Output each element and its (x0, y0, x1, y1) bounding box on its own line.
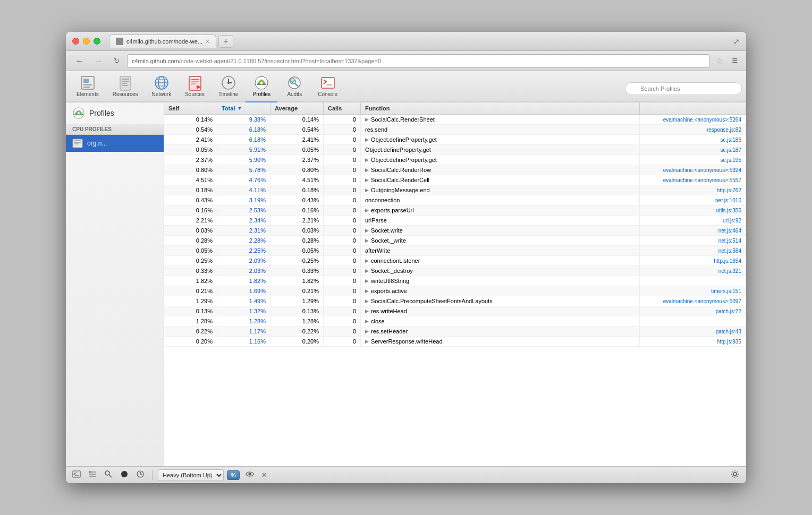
table-row[interactable]: 0.18%4.11%0.18%0▶OutgoingMessage.endhttp… (164, 185, 746, 195)
tab-timeline[interactable]: Timeline (212, 71, 244, 102)
cell-function[interactable]: ▶Object.defineProperty.get (361, 135, 640, 144)
back-button[interactable]: ← (72, 55, 87, 67)
location-link[interactable]: patch.js:72 (716, 308, 741, 314)
cell-location[interactable]: evalmachine.<anonymous>:5557 (640, 175, 746, 185)
new-tab-button[interactable]: + (218, 35, 233, 48)
location-link[interactable]: net.js:1010 (715, 198, 741, 203)
expand-arrow-icon[interactable]: ▶ (365, 228, 369, 233)
expand-arrow-icon[interactable]: ▶ (365, 187, 369, 193)
table-row[interactable]: 0.14%9.38%0.14%0▶SocialCalc.RenderSheete… (164, 115, 746, 125)
cell-function[interactable]: ▶exports.parseUrl (361, 205, 640, 215)
table-row[interactable]: 0.80%5.78%0.80%0▶SocialCalc.RenderRoweva… (164, 165, 746, 175)
tab-console[interactable]: Console (311, 71, 344, 102)
cell-location[interactable]: net.js:321 (640, 266, 746, 276)
console-view-button[interactable] (70, 469, 83, 481)
gear-button[interactable] (728, 468, 742, 482)
location-link[interactable]: evalmachine.<anonymous>:5324 (663, 167, 741, 173)
location-link[interactable]: sc.js:186 (721, 137, 741, 143)
cell-function[interactable]: ▶res.writeHead (361, 306, 640, 316)
expand-arrow-icon[interactable]: ▶ (365, 137, 369, 142)
cell-location[interactable]: response.js:82 (640, 125, 746, 134)
cell-location[interactable]: net.js:584 (640, 246, 746, 255)
table-row[interactable]: 0.54%6.18%0.54%0res.sendresponse.js:82 (164, 125, 746, 135)
search-profiles-input[interactable] (625, 82, 742, 95)
callstack-button[interactable] (86, 469, 99, 481)
table-row[interactable]: 0.33%2.03%0.33%0▶Socket._destroynet.js:3… (164, 266, 746, 276)
location-link[interactable]: evalmachine.<anonymous>:5557 (663, 177, 741, 183)
table-row[interactable]: 1.28%1.28%1.28%0▶close (164, 316, 746, 327)
cell-location[interactable]: http.js:1654 (640, 256, 746, 265)
table-row[interactable]: 0.05%5.91%0.05%0Object.defineProperty.ge… (164, 145, 746, 155)
cell-location[interactable]: patch.js:72 (640, 306, 746, 316)
cell-function[interactable]: afterWrite (361, 246, 640, 255)
expand-arrow-icon[interactable]: ▶ (365, 157, 369, 162)
table-row[interactable]: 0.16%2.53%0.16%0▶exports.parseUrlutils.j… (164, 205, 746, 216)
table-row[interactable]: 0.22%1.17%0.22%0▶res.setHeaderpatch.js:4… (164, 327, 746, 337)
cell-function[interactable]: ▶res.setHeader (361, 327, 640, 336)
cell-location[interactable]: sc.js:187 (640, 145, 746, 154)
cell-location[interactable]: url.js:92 (640, 216, 746, 225)
cell-function[interactable]: ▶OutgoingMessage.end (361, 185, 640, 195)
cell-function[interactable]: ▶Object.defineProperty.get (361, 155, 640, 165)
col-location[interactable] (640, 102, 746, 114)
percent-button[interactable]: % (227, 470, 240, 480)
tab-network[interactable]: Network (146, 71, 178, 102)
expand-icon[interactable]: ⤢ (733, 37, 740, 46)
cell-location[interactable]: net.js:514 (640, 236, 746, 245)
location-link[interactable]: http.js:762 (717, 187, 741, 193)
expand-arrow-icon[interactable]: ▶ (365, 208, 369, 213)
clock-button[interactable] (134, 469, 147, 481)
expand-arrow-icon[interactable]: ▶ (365, 177, 369, 183)
location-link[interactable]: net.js:514 (718, 238, 741, 244)
table-row[interactable]: 0.03%2.31%0.03%0▶Socket.writenet.js:464 (164, 226, 746, 236)
table-row[interactable]: 0.21%1.69%0.21%0▶exports.activetimers.js… (164, 286, 746, 296)
cell-location[interactable]: patch.js:43 (640, 327, 746, 336)
table-row[interactable]: 2.37%5.90%2.37%0▶Object.defineProperty.g… (164, 155, 746, 165)
table-row[interactable]: 1.82%1.82%1.82%0▶writeUtf8String (164, 276, 746, 286)
table-row[interactable]: 0.20%1.16%0.20%0▶ServerResponse.writeHea… (164, 337, 746, 347)
expand-arrow-icon[interactable]: ▶ (365, 298, 369, 304)
tab-close-icon[interactable]: × (206, 38, 209, 45)
table-row[interactable]: 2.41%6.18%2.41%0▶Object.defineProperty.g… (164, 135, 746, 145)
cell-location[interactable]: timers.js:151 (640, 286, 746, 296)
expand-arrow-icon[interactable]: ▶ (365, 268, 369, 273)
table-row[interactable]: 0.05%2.25%0.05%0afterWritenet.js:584 (164, 246, 746, 256)
cell-function[interactable]: ▶SocialCalc.RenderSheet (361, 115, 640, 124)
expand-arrow-icon[interactable]: ▶ (365, 319, 369, 324)
bookmark-icon[interactable]: ☆ (714, 56, 725, 66)
tab-audits[interactable]: Audits (278, 71, 310, 102)
location-link[interactable]: evalmachine.<anonymous>:5264 (663, 117, 741, 123)
refresh-button[interactable]: ↻ (111, 56, 123, 66)
cell-function[interactable]: ▶Socket._write (361, 236, 640, 245)
table-row[interactable]: 0.25%2.09%0.25%0▶connectionListenerhttp.… (164, 256, 746, 266)
location-link[interactable]: net.js:321 (718, 268, 741, 274)
table-row[interactable]: 4.51%4.76%4.51%0▶SocialCalc.RenderCellev… (164, 175, 746, 185)
expand-arrow-icon[interactable]: ▶ (365, 288, 369, 294)
cell-location[interactable]: sc.js:195 (640, 155, 746, 165)
cell-location[interactable]: http.js:935 (640, 337, 746, 346)
expand-arrow-icon[interactable]: ▶ (365, 329, 369, 334)
cell-function[interactable]: onconnection (361, 195, 640, 205)
location-link[interactable]: http.js:1654 (714, 258, 741, 264)
cell-function[interactable]: ▶writeUtf8String (361, 276, 640, 286)
cell-location[interactable]: http.js:762 (640, 185, 746, 195)
cell-function[interactable]: ▶Socket.write (361, 226, 640, 235)
tab-resources[interactable]: Resources (106, 71, 145, 102)
close-button[interactable] (72, 38, 79, 45)
location-link[interactable]: response.js:82 (707, 127, 741, 133)
cell-function[interactable]: ▶exports.active (361, 286, 640, 296)
eye-button[interactable] (243, 469, 257, 481)
col-self[interactable]: Self (164, 102, 217, 114)
cell-function[interactable]: res.send (361, 125, 640, 134)
cell-function[interactable]: ▶ServerResponse.writeHead (361, 337, 640, 346)
browser-tab[interactable]: c4milo.github.com/node-we... × (109, 35, 216, 48)
address-bar[interactable]: c4milo.github.com /node-webkit-agent/21.… (127, 54, 709, 68)
col-average[interactable]: Average (270, 102, 324, 114)
record-button[interactable] (118, 469, 131, 481)
location-link[interactable]: http.js:935 (717, 339, 741, 345)
expand-arrow-icon[interactable]: ▶ (365, 167, 369, 173)
expand-arrow-icon[interactable]: ▶ (365, 339, 369, 344)
expand-arrow-icon[interactable]: ▶ (365, 308, 369, 314)
location-link[interactable]: url.js:92 (723, 218, 741, 224)
expand-arrow-icon[interactable]: ▶ (365, 238, 369, 243)
